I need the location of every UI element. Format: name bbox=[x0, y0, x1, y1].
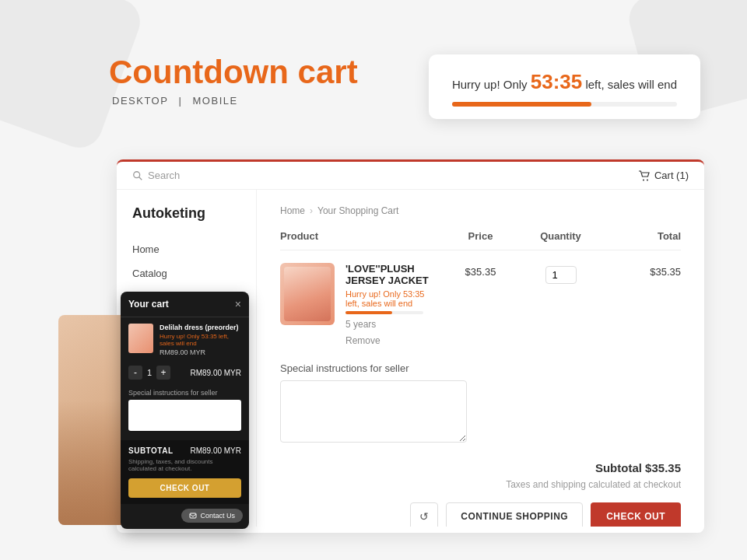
subtitle-desktop: DESKTOP bbox=[112, 95, 168, 107]
shop-main: Home › Your Shopping Cart Product Price … bbox=[257, 190, 704, 527]
page-title: Countdown cart bbox=[109, 54, 358, 90]
product-details: 'LOVE''PLUSH JERSEY JACKET Hurry up! Onl… bbox=[345, 263, 440, 347]
countdown-text: Hurry up! Only 53:35 left, sales will en… bbox=[452, 70, 677, 94]
continue-shopping-button[interactable]: CONTINUE SHOPPING bbox=[446, 502, 583, 527]
qty-value: 1 bbox=[147, 368, 152, 377]
breadcrumb-cart: Your Shopping Cart bbox=[317, 205, 398, 216]
popup-footer: SUBTOTAL RM89.00 MYR Shipping, taxes, an… bbox=[121, 440, 249, 504]
popup-product-info: Delilah dress (preorder) Hurry up! Only … bbox=[160, 324, 241, 356]
quantity-input[interactable] bbox=[545, 266, 577, 284]
cart-footer: Subtotal $35.35 Taxes and shipping calcu… bbox=[280, 461, 681, 527]
special-instructions-label: Special instructions for seller bbox=[280, 362, 681, 374]
popup-instructions-textarea[interactable] bbox=[128, 400, 241, 431]
refresh-button[interactable]: ↺ bbox=[410, 502, 438, 527]
product-countdown-bar bbox=[345, 311, 423, 314]
svg-line-1 bbox=[139, 177, 142, 180]
product-countdown-fill bbox=[345, 311, 392, 314]
popup-product: Delilah dress (preorder) Hurry up! Only … bbox=[121, 317, 249, 362]
progress-bar-wrap bbox=[452, 102, 677, 107]
cart-product-row: 'LOVE''PLUSH JERSEY JACKET Hurry up! Onl… bbox=[280, 263, 681, 347]
cart-buttons: ↺ CONTINUE SHOPPING CHECK OUT bbox=[410, 502, 681, 527]
search-area: Search bbox=[132, 170, 180, 181]
popup-shipping-note: Shipping, taxes, and discounts calculate… bbox=[128, 458, 241, 472]
shop-topbar: Search Cart (1) bbox=[117, 162, 704, 190]
contact-us-label: Contact Us bbox=[200, 512, 235, 520]
special-instructions: Special instructions for seller bbox=[280, 362, 681, 446]
col-header-product: Product bbox=[280, 230, 440, 242]
col-header-price: Price bbox=[440, 230, 521, 242]
checkout-button[interactable]: CHECK OUT bbox=[591, 502, 681, 527]
sidebar-item-home[interactable]: Home bbox=[117, 237, 256, 261]
popup-contact-area: Contact Us bbox=[121, 504, 249, 529]
popup-qty-controls: - 1 + bbox=[128, 366, 170, 380]
qty-minus-button[interactable]: - bbox=[128, 366, 142, 380]
progress-bar-fill bbox=[452, 102, 591, 107]
sidebar-item-catalog[interactable]: Catalog bbox=[117, 261, 256, 285]
product-image bbox=[280, 263, 335, 325]
cart-table-header: Product Price Quantity Total bbox=[280, 230, 681, 250]
popup-subtotal-value: RM89.00 MYR bbox=[190, 446, 241, 455]
product-countdown: Hurry up! Only 53:35 left, sales will en… bbox=[345, 289, 440, 308]
breadcrumb-home[interactable]: Home bbox=[280, 205, 305, 216]
contact-us-button[interactable]: Contact Us bbox=[181, 509, 243, 523]
cart-label[interactable]: Cart (1) bbox=[654, 170, 689, 181]
svg-point-0 bbox=[134, 171, 140, 177]
popup-checkout-button[interactable]: CHECK OUT bbox=[128, 478, 241, 498]
product-variant: 5 years bbox=[345, 319, 440, 330]
countdown-prefix: Hurry up! Only bbox=[452, 78, 528, 91]
title-block: Countdown cart DESKTOP | MOBILE bbox=[109, 54, 358, 107]
popup-item-price: RM89.00 MYR bbox=[190, 369, 241, 377]
breadcrumb-sep: › bbox=[310, 205, 313, 216]
popup-product-name: Delilah dress (preorder) bbox=[160, 324, 241, 331]
special-instructions-textarea[interactable] bbox=[280, 380, 467, 443]
popup-product-image bbox=[128, 324, 153, 353]
header-area: Countdown cart DESKTOP | MOBILE Hurry up… bbox=[109, 54, 700, 119]
cart-icon bbox=[638, 170, 651, 181]
popup-product-countdown: Hurry up! Only 53:35 left, sales will en… bbox=[160, 333, 241, 347]
popup-qty-row: - 1 + RM89.00 MYR bbox=[121, 362, 249, 386]
col-header-qty: Quantity bbox=[521, 230, 601, 242]
product-quantity[interactable] bbox=[521, 263, 601, 284]
popup-subtotal-row: SUBTOTAL RM89.00 MYR bbox=[128, 446, 241, 455]
col-header-total: Total bbox=[601, 230, 681, 242]
popup-header: Your cart × bbox=[121, 292, 249, 317]
cart-area: Cart (1) bbox=[638, 170, 689, 181]
product-img-inner bbox=[284, 267, 331, 321]
countdown-suffix: left, sales will end bbox=[585, 78, 677, 91]
subtitle-mobile: MOBILE bbox=[193, 95, 238, 107]
subtotal-line: Subtotal $35.35 bbox=[595, 461, 681, 474]
countdown-banner: Hurry up! Only 53:35 left, sales will en… bbox=[429, 54, 700, 119]
search-icon bbox=[132, 170, 143, 181]
product-name: 'LOVE''PLUSH JERSEY JACKET bbox=[345, 263, 440, 286]
product-remove-link[interactable]: Remove bbox=[345, 335, 381, 346]
product-total: $35.35 bbox=[601, 263, 681, 278]
subtitle-separator: | bbox=[179, 95, 183, 107]
page-subtitle: DESKTOP | MOBILE bbox=[109, 95, 358, 107]
popup-subtotal-label: SUBTOTAL bbox=[128, 446, 174, 455]
svg-point-2 bbox=[643, 179, 644, 180]
svg-rect-4 bbox=[190, 513, 196, 518]
popup-close-button[interactable]: × bbox=[235, 298, 241, 310]
mobile-cart-popup: Your cart × Delilah dress (preorder) Hur… bbox=[121, 292, 249, 529]
product-info: 'LOVE''PLUSH JERSEY JACKET Hurry up! Onl… bbox=[280, 263, 440, 347]
tax-note: Taxes and shipping calculated at checkou… bbox=[506, 479, 681, 490]
qty-plus-button[interactable]: + bbox=[156, 366, 170, 380]
popup-product-price: RM89.00 MYR bbox=[160, 348, 241, 356]
breadcrumb: Home › Your Shopping Cart bbox=[280, 205, 681, 216]
shop-logo: Autoketing bbox=[117, 205, 256, 237]
svg-point-3 bbox=[647, 179, 648, 180]
popup-instructions-label: Special instructions for seller bbox=[121, 386, 249, 400]
message-icon bbox=[189, 512, 197, 520]
search-label[interactable]: Search bbox=[148, 170, 180, 181]
popup-title: Your cart bbox=[128, 299, 169, 310]
countdown-time: 53:35 bbox=[531, 70, 583, 93]
product-price: $35.35 bbox=[440, 263, 521, 278]
